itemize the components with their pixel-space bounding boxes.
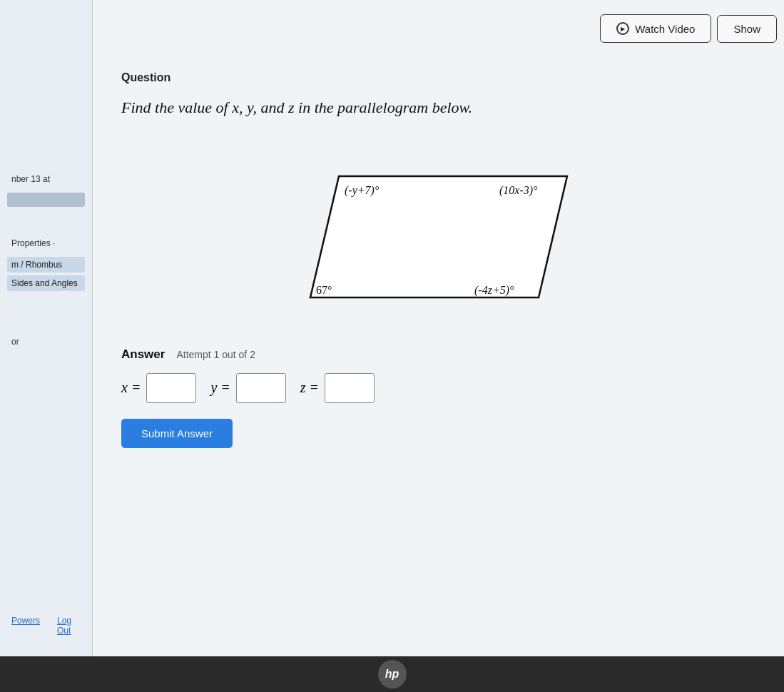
sidebar-properties[interactable]: Properties · [7,235,85,251]
answer-label: Answer [121,347,165,361]
question-label: Question [121,71,755,84]
parallelogram-diagram: (-y+7)° (10x-3)° 67° (-4z+5)° [289,141,589,326]
watch-video-button[interactable]: ▶ Watch Video [600,14,711,43]
hp-logo: hp [378,660,407,688]
diagram-container: (-y+7)° (10x-3)° 67° (-4z+5)° [121,141,755,326]
y-label: y = [210,380,230,396]
sidebar-bottom: Powers Log Out [0,602,93,649]
show-label: Show [733,23,760,35]
y-input[interactable] [236,373,286,403]
y-input-group: y = [210,373,285,403]
watch-video-label: Watch Video [635,23,695,35]
z-label: z = [300,380,319,396]
sidebar-number: nber 13 at [7,171,85,187]
top-bar: ▶ Watch Video Show [93,0,784,57]
play-icon: ▶ [616,22,629,35]
answer-inputs: x = y = z = [121,373,755,403]
x-input-group: x = [121,373,196,403]
submit-button[interactable]: Submit Answer [121,419,233,448]
submit-label: Submit Answer [141,427,213,439]
angle-top-right-label: (10x-3)° [499,184,538,197]
sidebar-sides-angles[interactable]: Sides and Angles [7,275,85,291]
powers-link[interactable]: Powers [7,614,44,638]
x-label: x = [121,380,141,396]
angle-bottom-right-label: (-4z+5)° [474,284,514,297]
sidebar-rhombus[interactable]: m / Rhombus [7,257,85,273]
z-input[interactable] [325,373,375,403]
sidebar-or: or [7,334,85,350]
angle-bottom-left-label: 67° [316,284,332,296]
question-text: Find the value of x, y, and z in the par… [121,97,755,119]
x-input[interactable] [146,373,196,403]
bottom-bezel: hp [0,656,784,692]
attempt-label: Attempt 1 out of 2 [176,349,255,360]
show-button[interactable]: Show [717,15,777,43]
logout-link[interactable]: Log Out [53,614,86,638]
z-input-group: z = [300,373,375,403]
main-area: Question Find the value of x, y, and z i… [93,57,784,656]
angle-top-left-label: (-y+7)° [345,184,380,197]
answer-section: Answer Attempt 1 out of 2 x = y = z = Su… [121,347,755,448]
sidebar: nber 13 at Properties · m / Rhombus Side… [0,0,93,656]
